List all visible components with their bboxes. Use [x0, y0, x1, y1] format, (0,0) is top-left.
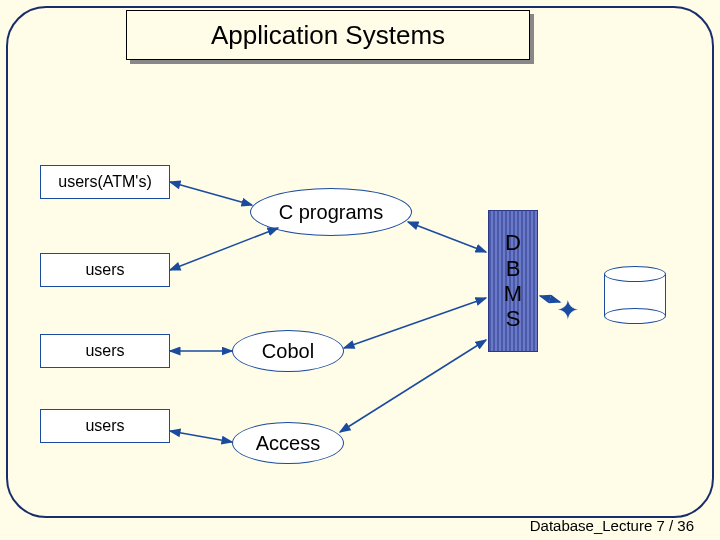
user-box-4: users	[40, 409, 170, 443]
user-box-2-label: users	[85, 261, 124, 279]
title-text: Application Systems	[211, 20, 445, 51]
program-access-label: Access	[256, 432, 320, 455]
database-cylinder-icon	[604, 266, 666, 316]
star-icon: ✦	[557, 295, 579, 326]
program-access: Access	[232, 422, 344, 464]
dbms-label: D B M S	[504, 230, 522, 331]
user-box-4-label: users	[85, 417, 124, 435]
user-box-3-label: users	[85, 342, 124, 360]
user-box-2: users	[40, 253, 170, 287]
user-box-1-label: users(ATM's)	[58, 173, 151, 191]
user-box-3: users	[40, 334, 170, 368]
footer-text: Database_Lecture 7 / 36	[530, 517, 694, 534]
program-cobol: Cobol	[232, 330, 344, 372]
title-box: Application Systems	[126, 10, 530, 60]
dbms-box: D B M S	[488, 210, 538, 352]
user-box-1: users(ATM's)	[40, 165, 170, 199]
footer-label: Database_Lecture 7 / 36	[530, 517, 694, 534]
program-cobol-label: Cobol	[262, 340, 314, 363]
program-c: C programs	[250, 188, 412, 236]
program-c-label: C programs	[279, 201, 383, 224]
